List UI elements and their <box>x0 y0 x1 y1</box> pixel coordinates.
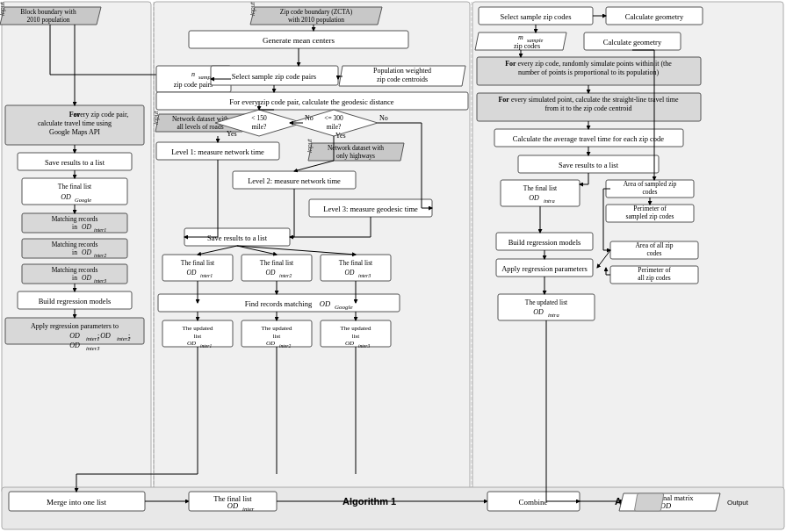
svg-text:The updated list: The updated list <box>525 298 568 306</box>
svg-text:Population weighted: Population weighted <box>373 67 431 75</box>
svg-text:OD: OD <box>82 274 91 282</box>
svg-text:Apply regression parameters to: Apply regression parameters to <box>31 322 119 330</box>
svg-text:Calculate geometry: Calculate geometry <box>625 12 684 21</box>
svg-text:Level 3: measure geodesic time: Level 3: measure geodesic time <box>323 205 418 213</box>
svg-text:The final list: The final list <box>181 259 215 267</box>
svg-text:from it to the zip code centro: from it to the zip code centroid <box>544 104 631 112</box>
svg-text:Input: Input <box>249 1 256 16</box>
svg-text:Google Maps API: Google Maps API <box>49 128 100 136</box>
svg-text:Level 2: measure network time: Level 2: measure network time <box>248 176 341 185</box>
svg-text:Save results to a list: Save results to a list <box>45 158 105 167</box>
svg-text:OD: OD <box>82 248 91 256</box>
svg-text:OD: OD <box>529 194 539 202</box>
svg-text:The updated: The updated <box>183 325 213 332</box>
svg-text:Build regression models: Build regression models <box>508 238 581 247</box>
svg-text:Input: Input <box>153 110 160 125</box>
svg-text:intra: intra <box>544 198 555 204</box>
svg-text:Find records matching: Find records matching <box>245 299 313 308</box>
svg-text:Save results to a list: Save results to a list <box>207 234 268 242</box>
svg-text:Output: Output <box>727 499 749 507</box>
svg-text:Yes: Yes <box>335 132 346 140</box>
svg-text:The final list: The final list <box>523 184 558 192</box>
svg-text:inter2: inter2 <box>279 273 292 278</box>
svg-text:number of points is proportion: number of points is proportional to its … <box>518 68 660 76</box>
svg-text:with 2010 population: with 2010 population <box>288 16 344 24</box>
svg-text:OD: OD <box>61 193 71 201</box>
svg-text:Combine: Combine <box>519 498 548 507</box>
svg-text:The updated: The updated <box>262 325 292 332</box>
main-container: Algorithm 2 Algorithm 1 Algorithm 3 Merg… <box>0 0 786 532</box>
svg-text:OD: OD <box>320 299 331 308</box>
svg-text:every zip code pair,: every zip code pair, <box>74 111 129 119</box>
svg-text:The updated: The updated <box>341 325 371 332</box>
svg-text:intra: intra <box>548 312 559 318</box>
svg-text:calculate travel time using: calculate travel time using <box>38 119 112 127</box>
svg-text:only highways: only highways <box>336 152 375 160</box>
svg-text:inter2: inter2 <box>279 343 291 349</box>
svg-text:Level 1: measure network time: Level 1: measure network time <box>171 147 264 156</box>
svg-text:all levels of roads: all levels of roads <box>177 123 223 131</box>
svg-text:Select sample zip code pairs: Select sample zip code pairs <box>232 72 316 81</box>
svg-text:list: list <box>194 333 202 340</box>
svg-text:Matching records: Matching records <box>52 266 98 274</box>
svg-text:Merge into one list: Merge into one list <box>47 498 107 507</box>
svg-text:inter2: inter2 <box>94 253 106 258</box>
svg-text:zip code centroids: zip code centroids <box>377 75 428 83</box>
svg-text:Google: Google <box>335 304 353 311</box>
svg-text:Perimeter of: Perimeter of <box>638 266 671 274</box>
svg-text:OD: OD <box>227 501 239 510</box>
svg-text:sampled zip codes: sampled zip codes <box>626 212 674 220</box>
svg-text:;: ; <box>128 332 130 340</box>
svg-text:OD: OD <box>187 269 197 277</box>
svg-text:The final list: The final list <box>260 259 294 267</box>
svg-text:Calculate the average travel t: Calculate the average travel time for ea… <box>513 134 664 143</box>
flowchart-diagram: Algorithm 2 Algorithm 1 Algorithm 3 Merg… <box>0 0 786 532</box>
svg-text:Save results to a list: Save results to a list <box>559 161 619 169</box>
svg-text:OD: OD <box>69 341 80 349</box>
svg-text:No: No <box>379 114 388 122</box>
svg-text:Yes: Yes <box>227 130 237 138</box>
svg-text:Generate mean centers: Generate mean centers <box>263 36 335 45</box>
svg-text:inter: inter <box>242 506 254 513</box>
svg-text:OD: OD <box>100 332 111 340</box>
svg-text:mile?: mile? <box>327 123 342 131</box>
svg-text:codes: codes <box>642 188 657 196</box>
svg-text:Matching records: Matching records <box>52 215 98 223</box>
svg-text:Perimeter of: Perimeter of <box>633 205 667 212</box>
svg-text:inter1: inter1 <box>94 227 106 233</box>
svg-text:all zip codes: all zip codes <box>638 274 671 282</box>
svg-text:in: in <box>72 274 77 282</box>
svg-text:;: ; <box>97 332 99 340</box>
svg-text:n: n <box>191 70 195 78</box>
svg-text:<= 300: <= 300 <box>324 114 343 122</box>
svg-text:zip code pairs: zip code pairs <box>174 81 213 89</box>
svg-text:The final list: The final list <box>339 259 373 267</box>
svg-text:Build regression models: Build regression models <box>39 297 112 306</box>
svg-text:For every zip code, randomly s: For every zip code, randomly simulate po… <box>505 60 672 68</box>
svg-text:in: in <box>72 223 77 231</box>
svg-text:OD: OD <box>345 269 355 277</box>
svg-text:Calculate geometry: Calculate geometry <box>603 38 662 47</box>
svg-text:Area of sampled zip: Area of sampled zip <box>624 180 677 188</box>
svg-text:mile?: mile? <box>252 123 267 131</box>
svg-text:list: list <box>273 333 281 340</box>
svg-text:OD: OD <box>266 340 275 347</box>
svg-text:OD: OD <box>82 223 91 231</box>
svg-text:Select sample zip codes: Select sample zip codes <box>501 12 572 21</box>
svg-text:Block boundary with: Block boundary with <box>20 8 76 16</box>
svg-text:< 150: < 150 <box>251 114 267 122</box>
svg-text:inter3: inter3 <box>358 273 371 278</box>
svg-text:inter3: inter3 <box>94 278 106 284</box>
svg-text:inter1: inter1 <box>200 343 212 349</box>
svg-text:2010 population: 2010 population <box>27 16 70 24</box>
svg-text:OD: OD <box>345 340 354 347</box>
svg-text:OD: OD <box>533 308 544 316</box>
svg-text:Google: Google <box>75 197 91 203</box>
svg-text:Matching records: Matching records <box>52 241 98 248</box>
svg-text:For every simulated point, cal: For every simulated point, calculate the… <box>498 96 678 104</box>
svg-text:Network dataset with: Network dataset with <box>328 144 384 152</box>
svg-text:Input: Input <box>0 1 6 16</box>
svg-text:codes: codes <box>646 249 661 257</box>
svg-text:Apply regression parameters: Apply regression parameters <box>501 264 588 273</box>
svg-text:m: m <box>518 33 523 41</box>
